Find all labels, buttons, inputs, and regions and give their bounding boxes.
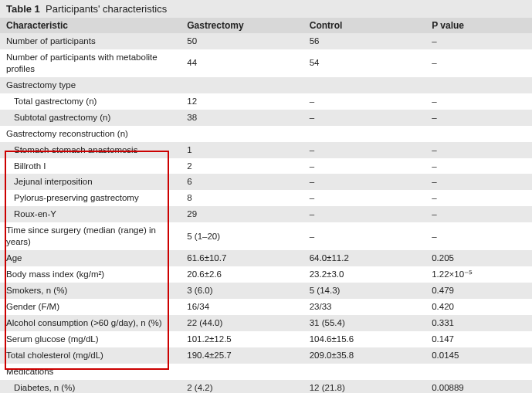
table-cell: Billroth I	[0, 158, 181, 174]
table-row: Body mass index (kg/m²)20.6±2.623.2±3.01…	[0, 266, 532, 283]
table-row: Gastrectomy type	[0, 77, 532, 93]
table-row: Medications	[0, 364, 532, 380]
table-cell: Medications	[0, 364, 181, 380]
table-cell: Total cholesterol (mg/dL)	[0, 347, 181, 364]
table-cell	[181, 77, 303, 93]
table-row: Time since surgery (median (range) in ye…	[0, 222, 532, 250]
table-cell: Diabetes, n (%)	[0, 380, 181, 393]
table-row: Subtotal gastrectomy (n)38––	[0, 110, 532, 126]
table-cell: 20.6±2.6	[181, 266, 303, 283]
table-cell: 22 (44.0)	[181, 315, 303, 331]
table-cell	[181, 364, 303, 380]
table-cell: Gender (F/M)	[0, 299, 181, 315]
table-cell: 0.0145	[425, 347, 532, 364]
table-cell: –	[425, 142, 532, 158]
table-cell: 0.147	[425, 331, 532, 347]
column-header: P value	[425, 18, 532, 33]
table-cell: –	[425, 33, 532, 49]
table-cell: 2 (4.2)	[181, 380, 303, 393]
table-number: Table 1	[6, 3, 40, 15]
table-cell: Jejunal interposition	[0, 174, 181, 190]
table-cell: Subtotal gastrectomy (n)	[0, 110, 181, 126]
table-cell: Total gastrectomy (n)	[0, 93, 181, 110]
table-cell	[425, 126, 532, 142]
table-row: Diabetes, n (%)2 (4.2)12 (21.8)0.00889	[0, 380, 532, 393]
table-caption: Table 1 Participants' characteristics	[0, 0, 532, 18]
table-row: Serum glucose (mg/dL)101.2±12.5104.6±15.…	[0, 331, 532, 347]
table-cell: 12	[181, 93, 303, 110]
table-cell: 2	[181, 158, 303, 174]
table-cell: 104.6±15.6	[303, 331, 425, 347]
table-cell: –	[425, 206, 532, 222]
table-cell: Number of participants	[0, 33, 181, 49]
table-cell: 12 (21.8)	[303, 380, 425, 393]
table-cell: 64.0±11.2	[303, 250, 425, 266]
table-cell: 0.331	[425, 315, 532, 331]
table-cell: –	[425, 49, 532, 77]
table-cell: –	[303, 110, 425, 126]
table-row: Smokers, n (%)3 (6.0)5 (14.3)0.479	[0, 283, 532, 299]
table-cell: 29	[181, 206, 303, 222]
table-cell: 44	[181, 49, 303, 77]
table-cell: Roux-en-Y	[0, 206, 181, 222]
table-cell: 56	[303, 33, 425, 49]
table-cell: 0.205	[425, 250, 532, 266]
table-cell	[303, 77, 425, 93]
table-cell	[425, 364, 532, 380]
table-cell: –	[425, 190, 532, 206]
table-cell: Stomach-stomach anastomosis	[0, 142, 181, 158]
table-cell: –	[425, 93, 532, 110]
table-cell: Alcohol consumption (>60 g/day), n (%)	[0, 315, 181, 331]
table-cell: Age	[0, 250, 181, 266]
table-cell: 101.2±12.5	[181, 331, 303, 347]
table-cell: 3 (6.0)	[181, 283, 303, 299]
table-cell: 5 (1–20)	[181, 222, 303, 250]
table-cell: –	[303, 142, 425, 158]
table-cell: 5 (14.3)	[303, 283, 425, 299]
table-row: Alcohol consumption (>60 g/day), n (%)22…	[0, 315, 532, 331]
table-cell: 54	[303, 49, 425, 77]
table-cell: 1	[181, 142, 303, 158]
table-row: Jejunal interposition6––	[0, 174, 532, 190]
table-cell: 0.479	[425, 283, 532, 299]
table-cell: –	[425, 174, 532, 190]
table-cell	[181, 126, 303, 142]
table-row: Gender (F/M)16/3423/330.420	[0, 299, 532, 315]
table-cell: –	[303, 174, 425, 190]
table-cell	[303, 126, 425, 142]
characteristics-table: CharacteristicGastrectomyControlP value …	[0, 18, 532, 393]
table-row: Stomach-stomach anastomosis1––	[0, 142, 532, 158]
table-cell: 23/33	[303, 299, 425, 315]
table-title: Participants' characteristics	[46, 3, 167, 15]
table-cell: 16/34	[181, 299, 303, 315]
table-cell: –	[425, 158, 532, 174]
table-cell: Serum glucose (mg/dL)	[0, 331, 181, 347]
table-row: Total cholesterol (mg/dL)190.4±25.7209.0…	[0, 347, 532, 364]
table-cell	[303, 364, 425, 380]
column-header: Control	[303, 18, 425, 33]
table-row: Roux-en-Y29––	[0, 206, 532, 222]
table-cell: 209.0±35.8	[303, 347, 425, 364]
table-row: Number of participants with metabolite p…	[0, 49, 532, 77]
table-row: Total gastrectomy (n)12––	[0, 93, 532, 110]
table-cell: 0.00889	[425, 380, 532, 393]
table-cell: –	[303, 222, 425, 250]
table-cell: 190.4±25.7	[181, 347, 303, 364]
table-cell: 61.6±10.7	[181, 250, 303, 266]
table-cell: Time since surgery (median (range) in ye…	[0, 222, 181, 250]
table-cell: 8	[181, 190, 303, 206]
table-row: Pylorus-preserving gastrectomy8––	[0, 190, 532, 206]
table-cell: –	[425, 110, 532, 126]
table-row: Number of participants5056–	[0, 33, 532, 49]
table-cell: –	[303, 206, 425, 222]
table-cell: 38	[181, 110, 303, 126]
table-row: Billroth I2––	[0, 158, 532, 174]
table-cell	[425, 77, 532, 93]
table-cell: Pylorus-preserving gastrectomy	[0, 190, 181, 206]
column-header: Gastrectomy	[181, 18, 303, 33]
table-cell: 1.22×10⁻⁵	[425, 266, 532, 283]
column-header: Characteristic	[0, 18, 181, 33]
table-cell: 0.420	[425, 299, 532, 315]
table-cell: 6	[181, 174, 303, 190]
table-cell: –	[303, 93, 425, 110]
